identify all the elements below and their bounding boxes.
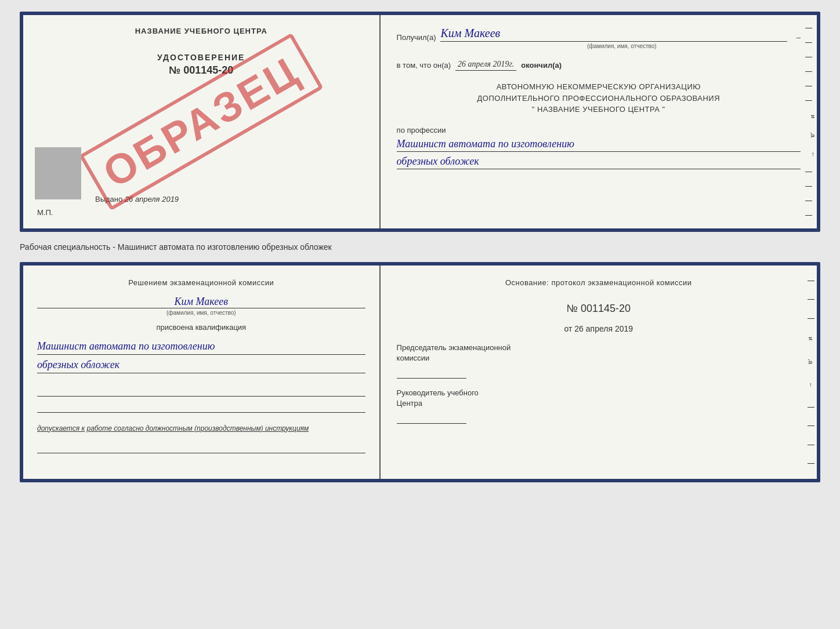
protocol-date: от 26 апреля 2019 [397,324,801,333]
vydano-label: Выдано [95,195,122,203]
kvalif-line1: Машинист автомата по изготовлению [37,339,365,355]
org-block: АВТОНОМНУЮ НЕКОММЕРЧЕСКУЮ ОРГАНИЗАЦИЮ ДО… [397,81,801,115]
udostoverenie-title: УДОСТОВЕРЕНИЕ [37,53,365,62]
protocol-date-value: 26 апреля 2019 [574,324,633,333]
bottom-cert-left: Решением экзаменационной комиссии Ким Ма… [23,266,381,479]
bottom-sign-lines [37,385,365,413]
bottom-right-sidebar: и ,а ← [805,266,817,479]
udostoverenie-number: № 001145-20 [37,64,365,77]
profession-line2: обрезных обложек [397,154,801,169]
mp-block: М.П. [37,208,365,217]
komissia-subtitle: (фамилия, имя, отчество) [37,308,365,316]
dopuskaetsya-text: работе согласно должностным (производств… [86,424,309,432]
dopuskaetsya-label: допускается к [37,424,85,432]
dash1: – [796,33,801,42]
sign-line-1 [37,385,365,397]
recipient-name: Ким Макеев [440,27,787,42]
udostoverenie-block: УДОСТОВЕРЕНИЕ № 001145-20 [37,53,365,77]
org-line2: ДОПОЛНИТЕЛЬНОГО ПРОФЕССИОНАЛЬНОГО ОБРАЗО… [397,93,801,104]
chairman-sign-line [397,367,466,379]
org-line3: " НАЗВАНИЕ УЧЕБНОГО ЦЕНТРА " [397,104,801,115]
date-section: в том, что он(а) 26 апреля 2019г. окончи… [397,60,801,71]
date-label: в том, что он(а) [397,61,451,70]
rukovod-block: Руководитель учебного Центра [397,388,801,424]
kvalif-line2: обрезных обложек [37,357,365,373]
komissia-header-line1: Решением экзаменационной комиссии [37,277,365,289]
document-container: НАЗВАНИЕ УЧЕБНОГО ЦЕНТРА УДОСТОВЕРЕНИЕ №… [20,12,820,482]
osnov-block: Основание: протокол экзаменационной коми… [397,277,801,289]
right-sidebar-lines: и ,а ← [805,15,817,228]
school-name-top: НАЗВАНИЕ УЧЕБНОГО ЦЕНТРА [37,27,365,35]
date-end: окончил(а) [521,61,562,70]
middle-text: Рабочая специальность - Машинист автомат… [20,239,820,255]
recipient-section: Получил(а) Ким Макеев – (фамилия, имя, о… [397,27,801,49]
profession-label: по профессии [397,126,801,134]
sign-line-2 [37,401,365,413]
bottom-cert-right: Основание: протокол экзаменационной коми… [381,266,817,479]
photo-placeholder [35,147,81,199]
recipient-label: Получил(а) [397,33,436,42]
top-cert-left: НАЗВАНИЕ УЧЕБНОГО ЦЕНТРА УДОСТОВЕРЕНИЕ №… [23,15,381,228]
date-value: 26 апреля 2019г. [455,60,516,71]
bottom-certificate: Решением экзаменационной комиссии Ким Ма… [20,262,820,482]
chairman-label2: комиссии [397,353,801,363]
vydano-date: 26 апреля 2019 [125,195,179,203]
recipient-subtitle: (фамилия, имя, отчество) [443,43,801,49]
rukovod-label: Руководитель учебного [397,388,801,398]
top-cert-right: Получил(а) Ким Макеев – (фамилия, имя, о… [381,15,817,228]
sign-line-3 [37,442,365,453]
protocol-number: № 001145-20 [397,303,801,315]
dopuskaetsya-block: допускается к работе согласно должностны… [37,424,365,432]
kvalif-label: присвоена квалификация [37,323,365,332]
org-line1: АВТОНОМНУЮ НЕКОММЕРЧЕСКУЮ ОРГАНИЗАЦИЮ [397,81,801,93]
rukovod-label2: Центра [397,398,801,409]
chairman-label: Председатель экзаменационной [397,343,801,353]
profession-block: по профессии Машинист автомата по изгото… [397,126,801,169]
osnov-label: Основание: протокол экзаменационной коми… [397,277,801,289]
komissia-name-block: Ким Макеев (фамилия, имя, отчество) [37,296,365,316]
rukovod-sign-line [397,412,466,424]
profession-line1: Машинист автомата по изготовлению [397,137,801,152]
top-certificate: НАЗВАНИЕ УЧЕБНОГО ЦЕНТРА УДОСТОВЕРЕНИЕ №… [20,12,820,232]
protocol-date-prefix: от [564,324,573,333]
komissia-header: Решением экзаменационной комиссии [37,277,365,289]
komissia-name: Ким Макеев [37,296,365,308]
chairman-block: Председатель экзаменационной комиссии [397,343,801,379]
kvalif-block: Машинист автомата по изготовлению обрезн… [37,339,365,373]
vydano-block: Выдано 26 апреля 2019 [95,195,365,203]
